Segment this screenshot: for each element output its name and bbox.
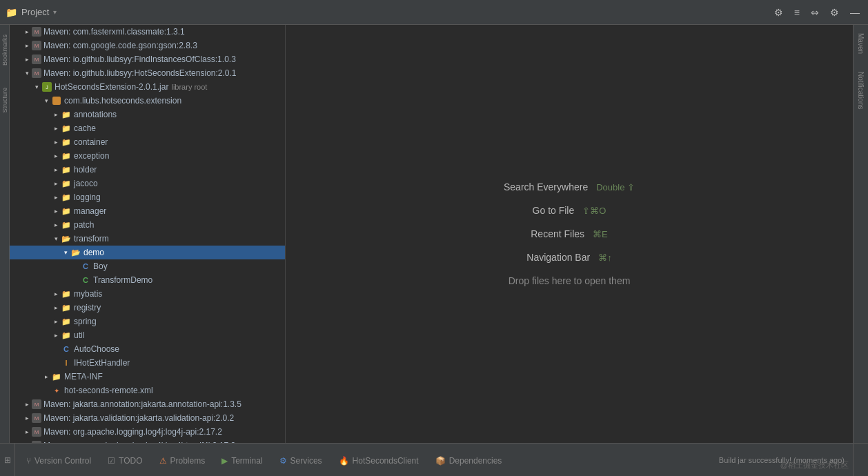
tree-item-transform[interactable]: transform xyxy=(10,232,285,246)
right-side-panel: Maven Notifications xyxy=(853,25,868,443)
folder-badge-cache xyxy=(61,124,71,133)
arrow-jar1 xyxy=(32,82,41,92)
tab-dependencies[interactable]: 📦 Dependencies xyxy=(427,444,511,476)
icon-spring xyxy=(61,316,72,327)
jar-badge: J xyxy=(42,82,52,92)
tree-item-maven3[interactable]: M Maven: io.github.liubsyy:FindInstances… xyxy=(10,52,285,66)
far-left-tab-structure[interactable]: Structure xyxy=(1,83,9,117)
tab-services[interactable]: ⚙ Services xyxy=(271,444,331,476)
xml-badge xyxy=(54,386,59,395)
tree-item-maven7[interactable]: M Maven: org.apache.logging.log4j:log4j-… xyxy=(10,425,285,439)
tab-hotseconds-client[interactable]: 🔥 HotSecondsClient xyxy=(331,444,427,476)
hint-label-recent: Recent Files xyxy=(531,228,584,239)
tree-item-jar1[interactable]: J HotSecondsExtension-2.0.1.jar library … xyxy=(10,80,285,94)
arrow-maven5 xyxy=(22,399,32,409)
tab-label-problems: Problems xyxy=(170,456,206,466)
tree-item-maven2[interactable]: M Maven: com.google.code.gson:gson:2.8.3 xyxy=(10,39,285,52)
tree-item-pkg1[interactable]: com.liubs.hotseconds.extension xyxy=(10,94,285,108)
folder-badge-patch xyxy=(61,221,71,230)
icon-transform xyxy=(61,233,72,244)
arrow-maven8 xyxy=(22,441,32,443)
label-ihotexthandler: IHotExtHandler xyxy=(74,358,130,368)
icon-registry xyxy=(61,302,72,313)
arrow-pkg1 xyxy=(41,96,51,106)
tree-item-hotsecondsxml[interactable]: hot-seconds-remote.xml xyxy=(10,384,285,397)
icon-settings[interactable]: ⚙ xyxy=(827,6,842,19)
label-autochoose: AutoChoose xyxy=(74,344,119,354)
icon-sync[interactable]: ⚙ xyxy=(771,6,786,19)
tree-item-boy[interactable]: Boy xyxy=(10,259,285,273)
icon-hotsecondsxml xyxy=(51,385,62,396)
bottom-toolbar: ⊞ ⑂ Version Control ☑ TODO ⚠ Problems ▶ … xyxy=(0,443,868,476)
label-boy: Boy xyxy=(93,261,108,271)
tree-item-manager[interactable]: manager xyxy=(10,204,285,218)
tree-item-maven8[interactable]: M Maven: org.apache.logging.log4j:log4j-… xyxy=(10,439,285,443)
tab-terminal[interactable]: ▶ Terminal xyxy=(213,444,270,476)
tree-item-autochoose[interactable]: AutoChoose xyxy=(10,342,285,356)
hint-label-search: Search Everywhere xyxy=(504,181,588,192)
tree-item-container[interactable]: container xyxy=(10,135,285,149)
tab-problems[interactable]: ⚠ Problems xyxy=(151,444,214,476)
tree-item-ihotexthandler[interactable]: IHotExtHandler xyxy=(10,356,285,370)
folder-badge-annotations xyxy=(61,110,71,119)
tab-label-terminal: Terminal xyxy=(231,456,262,466)
label-jar1-library: library root xyxy=(171,83,207,91)
tree-item-jacoco[interactable]: jacoco xyxy=(10,177,285,190)
tree-item-metainf[interactable]: META-INF xyxy=(10,370,285,384)
icon-logging xyxy=(61,192,72,203)
right-side-tab-notifications[interactable]: Notifications xyxy=(856,66,866,115)
tree-item-maven1[interactable]: M Maven: com.fasterxml.classmate:1.3.1 xyxy=(10,25,285,39)
label-exception: exception xyxy=(74,151,109,161)
tree-item-demo[interactable]: demo xyxy=(10,246,285,259)
tree-item-holder[interactable]: holder xyxy=(10,163,285,177)
far-left-tab-bookmarks[interactable]: Bookmarks xyxy=(1,30,9,70)
bottom-icon-layout[interactable]: ⊞ xyxy=(4,455,11,465)
label-maven5: Maven: jakarta.annotation:jakarta.annota… xyxy=(43,399,241,409)
tree-item-spring[interactable]: spring xyxy=(10,315,285,328)
tab-label-dependencies: Dependencies xyxy=(449,456,502,466)
tree-item-util[interactable]: util xyxy=(10,328,285,342)
label-cache: cache xyxy=(74,123,96,133)
arrow-annotations xyxy=(51,110,61,119)
label-manager: manager xyxy=(74,206,106,216)
arrow-logging xyxy=(51,192,61,202)
tree-item-maven6[interactable]: M Maven: jakarta.validation:jakarta.vali… xyxy=(10,411,285,425)
tree-item-maven5[interactable]: M Maven: jakarta.annotation:jakarta.anno… xyxy=(10,397,285,411)
tree-item-maven4[interactable]: M Maven: io.github.liubsyy:HotSecondsExt… xyxy=(10,66,285,80)
icon-dependencies: 📦 xyxy=(435,456,446,466)
folder-badge-logging xyxy=(61,193,71,202)
project-dropdown-icon[interactable]: ▾ xyxy=(53,8,57,16)
label-maven3: Maven: io.github.liubsyy:FindInstancesOf… xyxy=(43,54,236,64)
arrow-registry xyxy=(51,303,61,313)
tree-item-cache[interactable]: cache xyxy=(10,121,285,135)
file-tree-scroll[interactable]: M Maven: com.fasterxml.classmate:1.3.1 M… xyxy=(10,25,285,443)
tree-item-registry[interactable]: registry xyxy=(10,301,285,315)
arrow-jacoco xyxy=(51,179,61,188)
folder-badge-metainf xyxy=(52,373,61,381)
tree-item-annotations[interactable]: annotations xyxy=(10,108,285,121)
icon-exception xyxy=(61,150,72,161)
label-metainf: META-INF xyxy=(64,372,103,381)
icon-version-control: ⑂ xyxy=(26,456,31,466)
icon-layout[interactable]: ≡ xyxy=(791,6,802,19)
folder-badge-manager xyxy=(61,207,71,216)
tab-version-control[interactable]: ⑂ Version Control xyxy=(18,444,99,476)
icon-todo: ☑ xyxy=(108,456,115,466)
icon-minimize[interactable]: — xyxy=(847,6,862,19)
folder-badge-transform xyxy=(61,235,71,244)
tree-item-transformdemo[interactable]: TransformDemo xyxy=(10,273,285,287)
right-side-tab-maven[interactable]: Maven xyxy=(856,28,866,59)
tree-item-exception[interactable]: exception xyxy=(10,149,285,163)
icon-expand[interactable]: ⇔ xyxy=(808,6,822,19)
icon-maven4: M xyxy=(32,68,41,78)
tree-item-patch[interactable]: patch xyxy=(10,218,285,232)
icon-jar1: J xyxy=(41,81,52,92)
icon-cache xyxy=(61,123,72,134)
arrow-spring xyxy=(51,317,61,326)
top-bar: 📁 Project ▾ ⚙ ≡ ⇔ ⚙ — xyxy=(0,0,868,25)
class-badge-ihotexthandler xyxy=(65,359,67,367)
tree-item-mybatis[interactable]: mybatis xyxy=(10,287,285,301)
folder-badge-util xyxy=(61,331,71,340)
tab-todo[interactable]: ☑ TODO xyxy=(99,444,150,476)
tree-item-logging[interactable]: logging xyxy=(10,190,285,204)
